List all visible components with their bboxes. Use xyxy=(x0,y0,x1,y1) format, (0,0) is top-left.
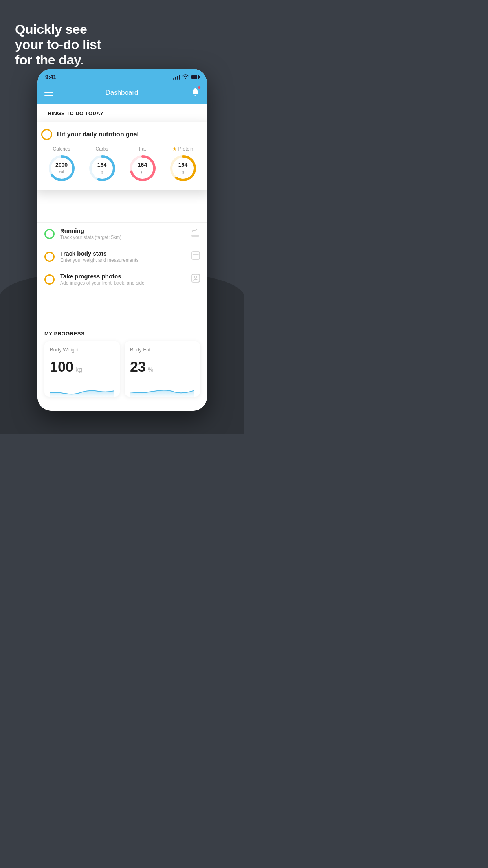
nutrition-protein: ★ Protein 164 g xyxy=(169,146,197,182)
header-title: Dashboard xyxy=(105,89,138,97)
fat-value: 164 xyxy=(138,162,147,168)
body-weight-chart xyxy=(50,381,114,397)
carbs-ring: 164 g xyxy=(88,154,116,182)
status-bar: 9:41 xyxy=(37,69,207,84)
body-fat-card[interactable]: Body Fat 23 % xyxy=(125,341,200,397)
carbs-label: Carbs xyxy=(95,146,108,152)
nutrition-grid: Calories 2000 cal Carbs xyxy=(41,146,203,182)
body-stats-check xyxy=(44,252,55,262)
running-check xyxy=(44,229,55,239)
signal-icon xyxy=(173,74,180,80)
body-fat-title: Body Fat xyxy=(130,347,194,353)
body-stats-text: Track body stats Enter your weight and m… xyxy=(60,250,186,263)
nutrition-fat: Fat 164 g xyxy=(128,146,157,182)
photos-title: Take progress photos xyxy=(60,273,186,280)
protein-value: 164 xyxy=(178,162,187,168)
svg-rect-8 xyxy=(192,252,200,259)
nutrition-card-title: Hit your daily nutrition goal xyxy=(57,131,139,138)
svg-point-10 xyxy=(194,276,197,278)
body-fat-value: 23 xyxy=(130,359,146,375)
calories-label: Calories xyxy=(53,146,70,152)
status-time: 9:41 xyxy=(45,74,56,80)
calories-ring: 2000 cal xyxy=(48,154,76,182)
running-icon xyxy=(191,229,200,239)
body-fat-chart xyxy=(130,381,194,397)
headline: Quickly see your to-do list for the day. xyxy=(15,22,101,68)
protein-label: ★ Protein xyxy=(172,146,193,152)
body-fat-unit: % xyxy=(148,366,153,373)
phone-content: THINGS TO DO TODAY Hit your daily nutrit… xyxy=(37,104,207,411)
menu-icon[interactable] xyxy=(44,90,53,96)
photos-check xyxy=(44,274,55,285)
bell-icon[interactable] xyxy=(191,87,200,99)
nutrition-check-circle[interactable] xyxy=(41,129,52,140)
today-section-header: THINGS TO DO TODAY xyxy=(37,104,207,120)
star-icon: ★ xyxy=(172,146,177,152)
fat-ring: 164 g xyxy=(128,154,157,182)
nutrition-card: Hit your daily nutrition goal Calories 2… xyxy=(37,122,207,190)
headline-line3: for the day. xyxy=(15,52,84,67)
running-title: Running xyxy=(60,227,185,234)
progress-cards: Body Weight 100 kg xyxy=(44,341,200,397)
notification-dot xyxy=(198,86,201,89)
running-subtitle: Track your stats (target: 5km) xyxy=(60,235,185,240)
status-icons xyxy=(173,74,199,80)
headline-line1: Quickly see xyxy=(15,22,87,37)
battery-icon xyxy=(191,75,199,79)
phone-frame: 9:41 Dashboard xyxy=(37,69,207,411)
headline-line2: your to-do list xyxy=(15,37,101,52)
body-weight-title: Body Weight xyxy=(50,347,114,353)
body-weight-value: 100 xyxy=(50,359,73,375)
progress-section: MY PROGRESS Body Weight 100 kg xyxy=(37,324,207,397)
progress-header: MY PROGRESS xyxy=(44,331,200,337)
body-weight-unit: kg xyxy=(75,366,82,373)
fat-label: Fat xyxy=(139,146,146,152)
body-stats-subtitle: Enter your weight and measurements xyxy=(60,257,186,263)
photos-subtitle: Add images of your front, back, and side xyxy=(60,280,186,286)
todo-running[interactable]: Running Track your stats (target: 5km) xyxy=(37,222,207,245)
body-weight-card[interactable]: Body Weight 100 kg xyxy=(44,341,120,397)
app-header: Dashboard xyxy=(37,84,207,104)
scale-icon xyxy=(191,251,200,262)
todo-progress-photos[interactable]: Take progress photos Add images of your … xyxy=(37,268,207,291)
body-stats-title: Track body stats xyxy=(60,250,186,257)
photos-text: Take progress photos Add images of your … xyxy=(60,273,186,286)
nutrition-calories: Calories 2000 cal xyxy=(48,146,76,182)
protein-ring: 164 g xyxy=(169,154,197,182)
running-text: Running Track your stats (target: 5km) xyxy=(60,227,185,240)
nutrition-carbs: Carbs 164 g xyxy=(88,146,116,182)
calories-value: 2000 xyxy=(55,162,68,168)
todo-body-stats[interactable]: Track body stats Enter your weight and m… xyxy=(37,245,207,268)
person-icon xyxy=(191,274,200,285)
carbs-value: 164 xyxy=(97,162,106,168)
wifi-icon xyxy=(182,74,189,80)
todo-list: Running Track your stats (target: 5km) T… xyxy=(37,222,207,291)
